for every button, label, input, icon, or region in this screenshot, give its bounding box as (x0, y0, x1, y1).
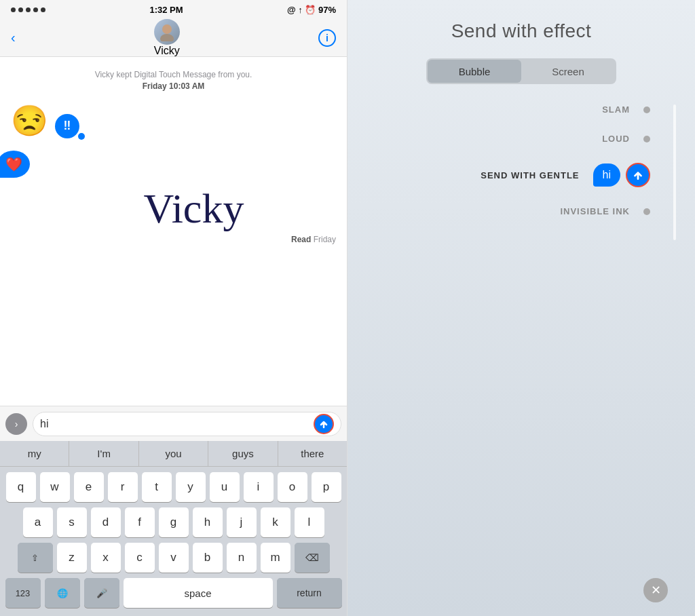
emoji-row: 😒 ‼ (11, 103, 336, 138)
key-d[interactable]: d (91, 507, 121, 537)
key-y[interactable]: y (176, 472, 206, 502)
svg-point-0 (162, 24, 172, 34)
return-key[interactable]: return (277, 578, 342, 608)
bubble-dot (78, 133, 85, 140)
signal-dots (11, 7, 45, 12)
close-button[interactable]: ✕ (643, 578, 668, 602)
key-t[interactable]: t (142, 472, 172, 502)
invisible-ink-dot (643, 208, 650, 215)
effect-loud-row[interactable]: LOUD (392, 134, 650, 144)
nav-bar: ‹ Vicky i (0, 19, 347, 57)
emoji-key[interactable]: 🌐 (45, 578, 80, 608)
status-icons: @ ↑ ⏰ 97% (287, 5, 336, 15)
key-v[interactable]: v (159, 543, 189, 573)
key-n[interactable]: n (227, 543, 257, 573)
key-b[interactable]: b (193, 543, 223, 573)
screen-tab[interactable]: Screen (521, 60, 615, 83)
contact-name[interactable]: Vicky (154, 45, 180, 57)
key-s[interactable]: s (57, 507, 87, 537)
slam-label: SLAM (602, 104, 630, 115)
exclamation-bubble: ‼ (55, 114, 79, 138)
avatar (154, 19, 180, 45)
autocomplete-my[interactable]: my (0, 441, 69, 466)
key-i[interactable]: i (244, 472, 274, 502)
autocomplete-guys[interactable]: guys (208, 441, 278, 466)
send-button[interactable] (314, 414, 334, 434)
key-h[interactable]: h (193, 507, 223, 537)
nav-center: Vicky (154, 19, 180, 57)
keyboard-row-1: q w e r t y u i o p (3, 472, 344, 502)
key-r[interactable]: r (108, 472, 138, 502)
info-button[interactable]: i (318, 29, 336, 47)
gentle-send-button[interactable] (626, 163, 650, 187)
key-g[interactable]: g (159, 507, 189, 537)
keyboard: q w e r t y u i o p a s d f g h j k l ⇧ … (0, 467, 347, 616)
keyboard-row-2: a s d f g h j k l (3, 507, 344, 537)
message-text: hi (40, 418, 314, 430)
key-c[interactable]: c (125, 543, 155, 573)
keyboard-row-4: 123 🌐 🎤 space return (3, 578, 344, 608)
key-q[interactable]: q (6, 472, 36, 502)
key-a[interactable]: a (23, 507, 53, 537)
chat-area: Vicky kept Digital Touch Message from yo… (0, 57, 347, 406)
key-x[interactable]: x (91, 543, 121, 573)
loud-dot (643, 136, 650, 142)
gentle-label: SEND WITH GENTLE (481, 170, 579, 180)
right-panel: Send with effect Bubble Screen SLAM LOUD… (348, 0, 695, 616)
svg-point-1 (160, 34, 174, 41)
close-btn-area: ✕ (361, 578, 681, 602)
effects-list: SLAM LOUD SEND WITH GENTLE hi INVISIBLE … (361, 104, 681, 578)
left-panel: 1:32 PM @ ↑ ⏰ 97% ‹ Vicky i Vicky kept D… (0, 0, 348, 616)
key-u[interactable]: u (210, 472, 240, 502)
key-w[interactable]: w (40, 472, 70, 502)
read-status: Read Friday (11, 235, 336, 244)
autocomplete-there[interactable]: there (278, 441, 347, 466)
key-l[interactable]: l (295, 507, 324, 537)
invisible-ink-label: INVISIBLE INK (560, 206, 630, 216)
space-key[interactable]: space (124, 578, 273, 608)
input-bar: › hi (0, 406, 347, 441)
gentle-preview: hi (593, 163, 650, 187)
key-k[interactable]: k (261, 507, 290, 537)
effect-panel-title: Send with effect (451, 20, 592, 42)
key-e[interactable]: e (74, 472, 104, 502)
effect-gentle-row[interactable]: SEND WITH GENTLE hi (392, 163, 650, 187)
loud-label: LOUD (602, 134, 630, 144)
mic-key[interactable]: 🎤 (84, 578, 119, 608)
back-button[interactable]: ‹ (11, 30, 16, 45)
shift-key[interactable]: ⇧ (18, 543, 53, 573)
avatar-image (157, 22, 176, 41)
segment-control: Bubble Screen (426, 58, 616, 84)
gentle-send-icon (632, 169, 644, 181)
keyboard-row-3: ⇧ z x c v b n m ⌫ (3, 543, 344, 573)
key-z[interactable]: z (57, 543, 87, 573)
status-time: 1:32 PM (149, 5, 183, 15)
autocomplete-you[interactable]: you (139, 441, 208, 466)
handwriting-text: Vicky (144, 187, 244, 229)
key-f[interactable]: f (125, 507, 155, 537)
message-input-field[interactable]: hi (33, 412, 341, 436)
key-o[interactable]: o (278, 472, 307, 502)
key-p[interactable]: p (312, 472, 341, 502)
key-m[interactable]: m (261, 543, 290, 573)
expand-button[interactable]: › (5, 413, 27, 435)
effect-invisible-ink-row[interactable]: INVISIBLE INK (392, 206, 650, 216)
sad-face-emoji: 😒 (11, 103, 48, 138)
slam-dot (643, 107, 650, 113)
autocomplete-im[interactable]: I'm (69, 441, 138, 466)
autocomplete-bar: my I'm you guys there (0, 441, 347, 467)
status-bar: 1:32 PM @ ↑ ⏰ 97% (0, 0, 347, 19)
handwriting-section: ❤️ Vicky (52, 151, 336, 229)
effect-slam-row[interactable]: SLAM (392, 104, 650, 115)
system-message: Vicky kept Digital Touch Message from yo… (11, 69, 336, 92)
bubble-tab[interactable]: Bubble (428, 60, 521, 83)
number-key[interactable]: 123 (5, 578, 41, 608)
hi-message-bubble: hi (593, 163, 620, 187)
heart-bubble: ❤️ (0, 151, 30, 178)
scroll-indicator (673, 104, 676, 240)
send-icon (318, 419, 329, 429)
key-j[interactable]: j (227, 507, 257, 537)
delete-key[interactable]: ⌫ (295, 543, 330, 573)
